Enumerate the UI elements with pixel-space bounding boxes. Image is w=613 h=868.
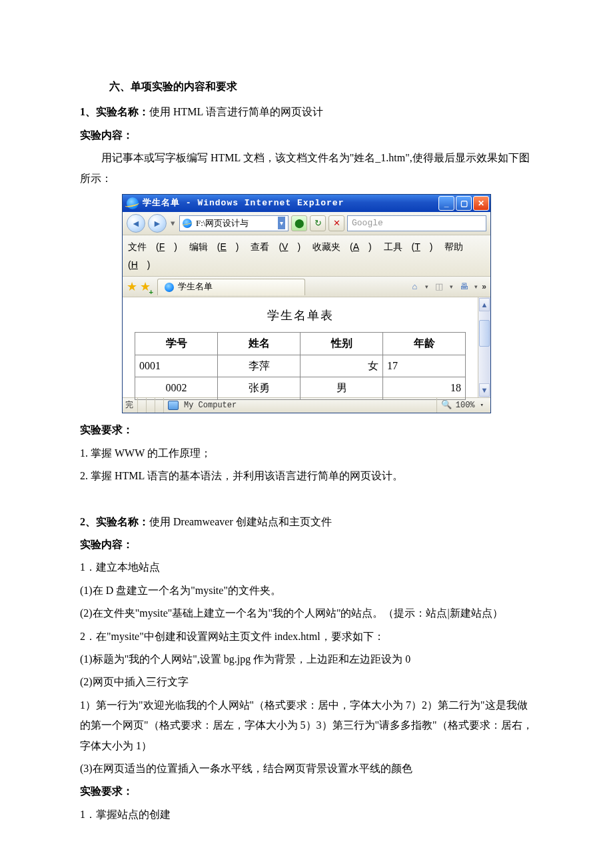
refresh-button[interactable]: ↻ <box>310 215 326 231</box>
ie-menubar: 文件(F) 编辑(E) 查看(V) 收藏夹(A) 工具(T) 帮助(H) <box>123 235 490 277</box>
ie-status-bar: 完 My Computer 🔍 100% ▾ <box>123 397 490 413</box>
nav-dropdown-icon[interactable]: ▾ <box>169 215 177 232</box>
status-seg <box>137 398 146 413</box>
menu-tools[interactable]: 工具(T) <box>384 241 433 252</box>
exp1-name-value: 使用 HTML 语言进行简单的网页设计 <box>149 106 323 117</box>
address-input[interactable] <box>195 217 277 229</box>
col-name: 姓名 <box>218 333 301 355</box>
cell-name: 张勇 <box>218 377 301 399</box>
exp2-item: 1）第一行为"欢迎光临我的个人网站"（格式要求：居中，字体大小为 7）2）第二行… <box>80 695 533 756</box>
section-heading: 六、单项实验的内容和要求 <box>80 77 533 97</box>
command-bar: ⌂▾ ◫▾ 🖶▾ » <box>408 279 486 295</box>
col-id: 学号 <box>135 333 218 355</box>
exp2-req-label: 实验要求： <box>80 781 533 801</box>
status-location: My Computer <box>163 398 436 413</box>
address-bar[interactable]: ▾ <box>179 215 289 231</box>
menu-edit[interactable]: 编辑(E) <box>189 241 239 252</box>
zoom-value: 100% <box>456 398 475 413</box>
rss-dropdown-icon[interactable]: ▾ <box>450 281 453 293</box>
exp2-item: (3)在网页适当的位置插入一条水平线，结合网页背景设置水平线的颜色 <box>80 759 533 779</box>
exp1-name-label: 1、实验名称： <box>80 106 149 117</box>
cell-age: 17 <box>383 355 466 377</box>
exp2-name-value: 使用 Dreamweaver 创建站点和主页文件 <box>149 516 332 527</box>
rss-icon[interactable]: ◫ <box>432 280 446 293</box>
exp2-item: 1．建立本地站点 <box>80 557 533 577</box>
exp1-req-item: 2. 掌握 HTML 语言的基本语法，并利用该语言进行简单的网页设计。 <box>80 466 533 486</box>
scroll-track[interactable] <box>478 312 490 383</box>
col-age: 年龄 <box>383 333 466 355</box>
exp2-item: (2)在文件夹"mysite"基础上建立一个名为"我的个人网站"的站点。（提示：… <box>80 603 533 623</box>
vertical-scrollbar[interactable]: ▲ ▼ <box>478 297 490 397</box>
page-heading: 学生名单表 <box>135 304 466 327</box>
forward-button[interactable]: ► <box>148 214 167 233</box>
ie-logo-icon <box>127 197 139 209</box>
exp1-req-label: 实验要求： <box>80 420 533 440</box>
menu-file[interactable]: 文件(F) <box>128 241 177 252</box>
status-seg <box>155 398 163 413</box>
ie-page-icon <box>183 219 192 228</box>
exp2-item: (1)标题为"我的个人网站",设置 bg.jpg 作为背景，上边距和左边距设为 … <box>80 649 533 669</box>
table-row: 0001 李萍 女 17 <box>135 355 466 377</box>
add-favorite-icon[interactable]: ★ <box>140 275 151 298</box>
ie-content-area: 学生名单表 学号 姓名 性别 年龄 0001 李萍 女 17 <box>123 297 490 397</box>
ie-window: 学生名单 - Windows Internet Explorer _ ▢ ✕ ◄… <box>122 194 491 413</box>
home-icon[interactable]: ⌂ <box>408 280 421 293</box>
cell-gender: 男 <box>301 377 383 399</box>
home-dropdown-icon[interactable]: ▾ <box>425 281 428 293</box>
exp1-name: 1、实验名称：使用 HTML 语言进行简单的网页设计 <box>80 102 533 122</box>
cell-id: 0002 <box>135 377 218 399</box>
menu-favorites[interactable]: 收藏夹(A) <box>312 241 372 252</box>
exp2-name: 2、实验名称：使用 Dreamweaver 创建站点和主页文件 <box>80 512 533 532</box>
cell-gender: 女 <box>301 355 383 377</box>
cell-name: 李萍 <box>218 355 301 377</box>
more-tools-icon[interactable]: » <box>482 279 486 295</box>
exp2-content-label: 实验内容： <box>80 535 533 555</box>
stop-button[interactable]: ✕ <box>328 215 344 231</box>
favorites-center-icon[interactable]: ★ <box>127 275 137 298</box>
browser-tab[interactable]: 学生名单 <box>157 279 305 295</box>
exp2-item: 2．在"mysite"中创建和设置网站主页文件 index.html，要求如下： <box>80 627 533 647</box>
tab-favicon-icon <box>165 283 174 292</box>
exp2-item: (2)网页中插入三行文字 <box>80 672 533 692</box>
cell-age: 18 <box>383 377 466 399</box>
status-zoom[interactable]: 🔍 100% ▾ <box>436 398 488 413</box>
exp2-item: (1)在 D 盘建立一个名为"mysite"的文件夹。 <box>80 581 533 601</box>
scroll-thumb[interactable] <box>479 320 490 347</box>
status-seg <box>146 398 155 413</box>
menu-view[interactable]: 查看(V) <box>251 241 301 252</box>
maximize-button[interactable]: ▢ <box>456 196 472 211</box>
exp1-content-label: 实验内容： <box>80 125 533 145</box>
close-button[interactable]: ✕ <box>473 196 489 211</box>
print-icon[interactable]: 🖶 <box>457 280 470 293</box>
scroll-up-icon[interactable]: ▲ <box>479 298 490 311</box>
exp2-req-item: 1．掌握站点的创建 <box>80 805 533 825</box>
cell-id: 0001 <box>135 355 218 377</box>
scroll-down-icon[interactable]: ▼ <box>479 383 490 397</box>
ie-titlebar[interactable]: 学生名单 - Windows Internet Explorer _ ▢ ✕ <box>123 195 490 212</box>
tab-title: 学生名单 <box>178 279 213 295</box>
document-page: 六、单项实验的内容和要求 1、实验名称：使用 HTML 语言进行简单的网页设计 … <box>0 0 613 867</box>
address-dropdown-icon[interactable]: ▾ <box>278 217 285 229</box>
minimize-button[interactable]: _ <box>438 196 454 211</box>
page-body: 学生名单表 学号 姓名 性别 年龄 0001 李萍 女 17 <box>123 297 478 397</box>
status-done: 完 <box>125 398 137 413</box>
table-row: 0002 张勇 男 18 <box>135 377 466 399</box>
zoom-dropdown-icon[interactable]: ▾ <box>480 400 484 411</box>
exp2-name-label: 2、实验名称： <box>80 516 149 527</box>
print-dropdown-icon[interactable]: ▾ <box>474 281 478 293</box>
search-placeholder: Google <box>352 215 383 232</box>
status-location-text: My Computer <box>184 398 237 413</box>
ie-nav-toolbar: ◄ ► ▾ ▾ ⬤ ↻ ✕ Google <box>123 212 490 235</box>
ie-tab-toolbar: ★ ★ 学生名单 ⌂▾ ◫▾ 🖶▾ » <box>123 277 490 297</box>
col-gender: 性别 <box>301 333 383 355</box>
search-box[interactable]: Google <box>347 215 486 231</box>
ie-window-title: 学生名单 - Windows Internet Explorer <box>143 195 344 212</box>
zoom-icon: 🔍 <box>441 397 452 414</box>
student-table: 学号 姓名 性别 年龄 0001 李萍 女 17 0002 张勇 男 <box>135 332 466 399</box>
table-header-row: 学号 姓名 性别 年龄 <box>135 333 466 355</box>
exp1-req-item: 1. 掌握 WWW 的工作原理； <box>80 443 533 463</box>
go-button[interactable]: ⬤ <box>291 215 307 231</box>
window-controls: _ ▢ ✕ <box>438 195 490 212</box>
my-computer-icon <box>168 401 179 410</box>
back-button[interactable]: ◄ <box>127 214 145 233</box>
